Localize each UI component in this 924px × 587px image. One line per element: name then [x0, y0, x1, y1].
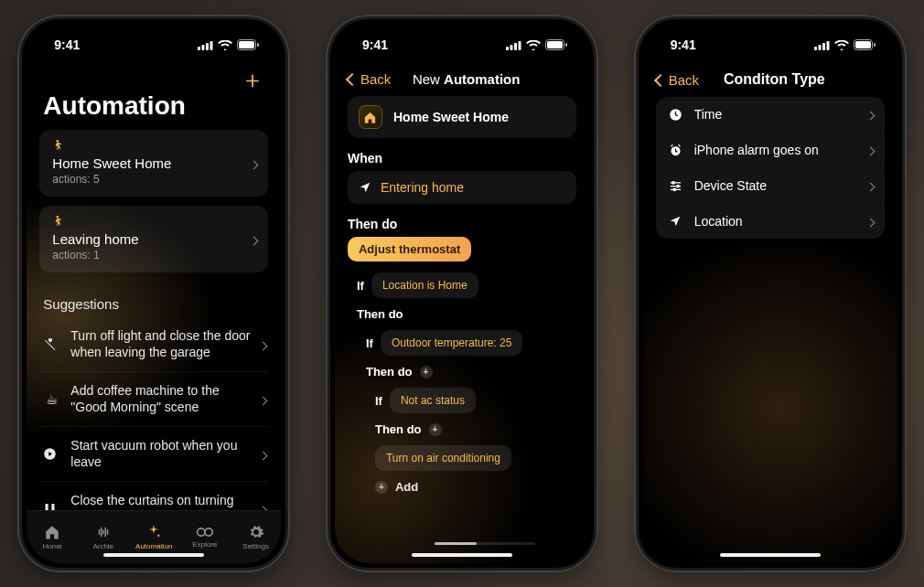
tab-label: Home [42, 542, 61, 550]
automation-subtitle: actions: 5 [52, 173, 255, 186]
if-row[interactable]: If Location is Home [357, 272, 576, 298]
suggestion-row[interactable]: ☕︎ Add coffee machine to the "Good Morni… [39, 372, 268, 427]
svg-rect-27 [818, 45, 821, 50]
tab-home[interactable]: Home [27, 511, 78, 563]
svg-rect-32 [874, 43, 876, 47]
phone-condition-type: 9:41 Back Conditon Type Time [634, 15, 907, 572]
suggestion-text: Close the curtains on turning TV on [70, 493, 264, 510]
tab-label: Explore [192, 540, 217, 549]
status-time: 9:41 [362, 37, 388, 52]
coffee-icon: ☕︎ [43, 391, 59, 408]
curtains-icon [43, 502, 59, 510]
garage-light-off-icon [43, 337, 59, 352]
sparkle-icon [145, 524, 162, 540]
when-label: When [348, 151, 576, 165]
then-do-row: Then do + [375, 422, 576, 436]
cellular-icon [814, 40, 830, 50]
status-time: 9:41 [54, 37, 80, 52]
phone-automation-list: 9:41 ＋ Automation Home Sweet Home action… [17, 15, 290, 572]
svg-rect-25 [565, 43, 567, 47]
battery-icon [545, 39, 567, 50]
suggestion-text: Add coffee machine to the "Good Morning"… [70, 383, 264, 415]
add-step-button[interactable]: + Add [375, 480, 576, 494]
clock-icon [669, 108, 683, 122]
svg-point-8 [57, 216, 59, 219]
add-action-button[interactable]: + [420, 366, 433, 379]
waveform-icon [95, 524, 112, 540]
condition-option-device-state[interactable]: Device State [656, 168, 885, 204]
alarm-icon [669, 144, 683, 157]
chevron-right-icon [867, 142, 874, 158]
then-do-row: Then do + [366, 365, 576, 379]
back-button[interactable]: Back [656, 72, 699, 88]
if-label: If [366, 336, 373, 350]
home-indicator[interactable] [412, 553, 512, 557]
svg-rect-26 [814, 47, 817, 50]
nav-bar: Back New Automation [335, 66, 589, 91]
back-label: Back [669, 72, 699, 88]
battery-icon [237, 39, 259, 50]
automation-card-home-sweet-home[interactable]: Home Sweet Home actions: 5 [39, 130, 268, 197]
horizontal-scrollbar[interactable] [435, 542, 535, 545]
add-automation-button[interactable]: ＋ [241, 68, 264, 91]
wifi-icon [526, 40, 541, 50]
condition-option-time[interactable]: Time [656, 97, 885, 133]
action-chip-turn-on-ac[interactable]: Turn on air conditioning [375, 445, 511, 471]
svg-rect-2 [206, 43, 209, 50]
add-label: Add [395, 480, 418, 494]
if-row[interactable]: If Outdoor temperature: 25 [366, 330, 576, 356]
plus-circle-icon: + [375, 481, 388, 494]
option-label: Device State [694, 178, 767, 193]
when-trigger-row[interactable]: Entering home [348, 171, 576, 204]
if-label: If [357, 279, 364, 293]
home-name: Home Sweet Home [393, 110, 509, 124]
condition-chip-location[interactable]: Location is Home [371, 272, 478, 298]
svg-rect-5 [239, 41, 254, 48]
battery-icon [854, 39, 876, 50]
condition-option-location[interactable]: Location [656, 204, 885, 239]
suggestion-text: Turn off light and close the door when l… [70, 328, 264, 360]
condition-chip-outdoor-temp[interactable]: Outdoor temperature: 25 [381, 330, 522, 356]
chevron-right-icon [867, 177, 874, 194]
automation-card-leaving-home[interactable]: Leaving home actions: 1 [39, 206, 268, 272]
walk-in-icon [52, 139, 255, 154]
svg-rect-19 [506, 47, 509, 50]
svg-point-35 [672, 181, 674, 184]
suggestion-row[interactable]: Close the curtains on turning TV on [39, 482, 268, 510]
location-arrow-icon [669, 215, 683, 228]
chevron-right-icon [867, 106, 874, 123]
option-label: Location [694, 214, 743, 229]
suggestion-row[interactable]: Turn off light and close the door when l… [39, 317, 268, 372]
tab-settings[interactable]: Settings [231, 511, 282, 563]
condition-chip-ac-status[interactable]: Not ac status [390, 388, 476, 413]
wifi-icon [218, 40, 232, 50]
svg-rect-3 [210, 41, 213, 50]
home-indicator[interactable] [720, 553, 821, 557]
page-title: Automation [27, 91, 281, 130]
add-action-button[interactable]: + [429, 423, 442, 436]
chevron-right-icon [260, 336, 266, 353]
automation-title: Leaving home [52, 231, 255, 247]
automation-subtitle: actions: 1 [52, 249, 255, 261]
gear-icon [248, 524, 264, 540]
chevron-right-icon [251, 155, 257, 172]
svg-point-37 [673, 188, 676, 191]
chevron-right-icon [260, 501, 266, 511]
wifi-icon [834, 40, 849, 50]
home-selector[interactable]: Home Sweet Home [348, 96, 576, 138]
phone-new-automation: 9:41 Back New Automation Home Sweet Home [326, 15, 598, 572]
status-time: 9:41 [671, 37, 696, 52]
suggestion-row[interactable]: Start vacuum robot when you leave [39, 427, 268, 482]
condition-option-alarm[interactable]: iPhone alarm goes on [656, 133, 885, 168]
back-button[interactable]: Back [348, 71, 391, 87]
option-label: Time [694, 107, 723, 122]
if-row[interactable]: If Not ac status [375, 388, 576, 413]
chevron-right-icon [251, 231, 257, 248]
action-pill-adjust-thermostat[interactable]: Adjust thermostat [348, 237, 471, 261]
cellular-icon [506, 40, 521, 50]
svg-rect-22 [518, 41, 521, 50]
home-indicator[interactable] [103, 553, 204, 557]
chevron-right-icon [260, 446, 266, 463]
suggestions-header: Suggestions [39, 282, 268, 317]
automation-title: Home Sweet Home [52, 155, 255, 171]
